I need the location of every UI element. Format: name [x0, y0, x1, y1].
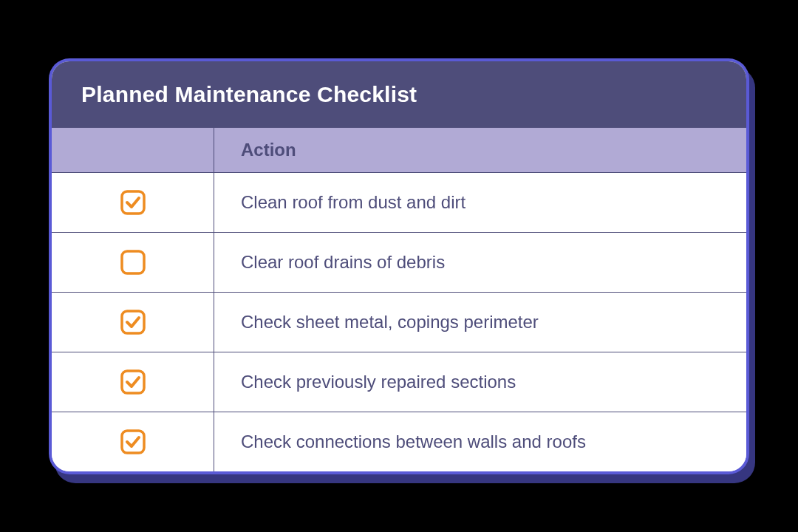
checkbox-cell[interactable]	[52, 293, 214, 352]
checkbox-cell[interactable]	[52, 173, 214, 232]
svg-rect-1	[122, 251, 144, 273]
table-row: Clean roof from dust and dirt	[52, 172, 746, 232]
table-row: Check sheet metal, copings perimeter	[52, 292, 746, 352]
action-label: Check sheet metal, copings perimeter	[214, 293, 746, 352]
table-subheader: Action	[52, 128, 746, 172]
table-row: Check previously repaired sections	[52, 352, 746, 412]
table-row: Check connections between walls and roof…	[52, 412, 746, 471]
table-row: Clear roof drains of debris	[52, 232, 746, 292]
checkbox-cell[interactable]	[52, 233, 214, 292]
action-label: Clear roof drains of debris	[214, 233, 746, 292]
checkbox-cell[interactable]	[52, 352, 214, 412]
svg-rect-2	[122, 311, 144, 333]
card-header: Planned Maintenance Checklist	[52, 61, 746, 128]
checkbox-unchecked-icon	[120, 249, 146, 276]
action-label: Check connections between walls and roof…	[214, 412, 746, 471]
svg-rect-3	[122, 371, 144, 393]
column-check-header	[52, 128, 214, 172]
checkbox-checked-icon	[120, 189, 146, 216]
svg-rect-0	[122, 191, 144, 214]
card-title: Planned Maintenance Checklist	[81, 82, 717, 107]
checkbox-checked-icon	[120, 309, 146, 335]
action-label: Clean roof from dust and dirt	[214, 173, 746, 232]
svg-rect-4	[122, 431, 144, 453]
checkbox-checked-icon	[120, 429, 146, 455]
checkbox-cell[interactable]	[52, 412, 214, 471]
column-action-header: Action	[214, 128, 746, 172]
action-label: Check previously repaired sections	[214, 352, 746, 412]
checkbox-checked-icon	[120, 369, 146, 395]
checklist-card: Planned Maintenance Checklist Action Cle…	[52, 61, 746, 471]
